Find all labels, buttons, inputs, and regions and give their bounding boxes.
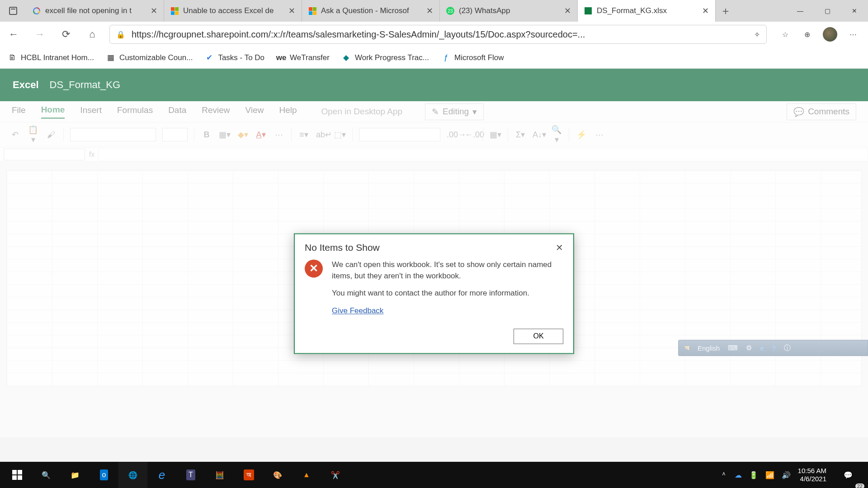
ribbon-tab-file[interactable]: File: [12, 105, 26, 118]
ribbon-tab-insert[interactable]: Insert: [80, 105, 102, 118]
wrap-text-button[interactable]: ab↵: [316, 130, 328, 140]
action-center-button[interactable]: 💬22: [834, 462, 863, 488]
taskbar-clock[interactable]: 10:56 AM 4/6/2021: [798, 467, 826, 483]
taskbar-teams[interactable]: T: [176, 462, 205, 488]
wifi-icon[interactable]: 📶: [765, 471, 774, 479]
increase-decimal-button[interactable]: .00→: [447, 130, 458, 140]
close-icon[interactable]: ✕: [426, 6, 433, 16]
taskbar-snip[interactable]: ✂️: [321, 462, 350, 488]
undo-button[interactable]: ↶: [9, 130, 21, 140]
browser-tab-google-search[interactable]: excell file not opening in t ✕: [26, 0, 164, 22]
browser-tab-ms-community-2[interactable]: Ask a Question - Microsof ✕: [302, 0, 440, 22]
ribbon-tab-data[interactable]: Data: [168, 105, 186, 118]
conditional-format-button[interactable]: ▦▾: [490, 130, 501, 140]
taskbar-outlook[interactable]: o: [90, 462, 118, 488]
editing-mode-dropdown[interactable]: ✎ Editing ▾: [425, 103, 484, 120]
paste-button[interactable]: 📋▾: [27, 125, 39, 145]
reading-list-icon[interactable]: ✧: [754, 30, 760, 39]
fill-color-button[interactable]: ◆▾: [237, 130, 249, 140]
taskbar-calculator[interactable]: 🧮: [205, 462, 234, 488]
close-icon[interactable]: ✕: [151, 6, 157, 16]
taskbar-file-explorer[interactable]: 📁: [61, 462, 90, 488]
browser-tab-whatsapp[interactable]: 23 (23) WhatsApp ✕: [440, 0, 578, 22]
format-painter-button[interactable]: 🖌: [45, 130, 57, 140]
ribbon-tab-help[interactable]: Help: [279, 105, 297, 118]
open-in-desktop-button[interactable]: Open in Desktop App: [321, 107, 403, 117]
taskbar-edge[interactable]: 🌐: [118, 462, 147, 488]
ribbon-tab-formulas[interactable]: Formulas: [117, 105, 153, 118]
bookmark-flow[interactable]: ƒMicrosoft Flow: [442, 53, 504, 62]
new-tab-button[interactable]: ＋: [716, 4, 736, 18]
ime-info-icon[interactable]: ⓘ: [784, 344, 791, 352]
tab-actions-icon[interactable]: [0, 0, 26, 22]
bookmark-countdown[interactable]: ▦Customizable Coun...: [107, 53, 193, 62]
taskbar-paint[interactable]: 🎨: [263, 462, 292, 488]
settings-menu-icon[interactable]: ⋯: [847, 28, 859, 40]
refresh-button[interactable]: ⟳: [57, 25, 75, 43]
collections-icon[interactable]: ⊕: [801, 28, 813, 40]
font-more-button[interactable]: ⋯: [273, 130, 285, 140]
font-name-dropdown[interactable]: [70, 128, 156, 141]
give-feedback-link[interactable]: Give Feedback: [332, 306, 383, 315]
bookmark-work-progress[interactable]: ◆Work Progress Trac...: [342, 53, 429, 62]
ime-browser-icon[interactable]: e: [760, 344, 764, 352]
taskbar-ie[interactable]: e: [147, 462, 176, 488]
bold-button[interactable]: B: [201, 130, 212, 140]
taskbar-vlc[interactable]: ▲: [292, 462, 321, 488]
formula-input[interactable]: [99, 149, 868, 160]
ribbon-tab-view[interactable]: View: [245, 105, 264, 118]
back-button[interactable]: ←: [5, 25, 23, 43]
ime-language-bar[interactable]: অ English ⌨ ⚙ e ? ⓘ: [678, 340, 868, 356]
volume-icon[interactable]: 🔊: [782, 471, 791, 479]
profile-avatar[interactable]: [823, 27, 837, 42]
sort-filter-button[interactable]: A↓▾: [533, 130, 544, 140]
autosum-button[interactable]: Σ▾: [514, 130, 526, 140]
bookmark-wetransfer[interactable]: weWeTransfer: [277, 53, 330, 62]
taskbar-app-red[interactable]: অ: [234, 462, 263, 488]
number-format-dropdown[interactable]: [359, 128, 440, 141]
font-color-button[interactable]: A▾: [255, 130, 267, 140]
dialog-close-button[interactable]: ✕: [556, 242, 563, 253]
address-bar[interactable]: 🔒 https://hcgroupnet.sharepoint.com/:x:/…: [109, 25, 767, 44]
browser-tab-excel-doc[interactable]: DS_Format_KG.xlsx ✕: [578, 0, 716, 22]
browser-tab-ms-community-1[interactable]: Unable to access Excel de ✕: [164, 0, 302, 22]
close-icon[interactable]: ✕: [564, 6, 571, 16]
maximize-button[interactable]: ▢: [814, 0, 841, 22]
document-name[interactable]: DS_Format_KG: [50, 79, 121, 91]
ribbon-tab-home[interactable]: Home: [41, 105, 65, 119]
bookmark-tasks[interactable]: ✔Tasks - To Do: [205, 53, 264, 62]
battery-icon[interactable]: 🔋: [749, 471, 758, 479]
decrease-decimal-button[interactable]: ←.00: [465, 130, 476, 140]
align-button[interactable]: ≡▾: [298, 130, 310, 140]
tray-overflow-icon[interactable]: ＾: [720, 470, 727, 480]
page-icon: 🗎: [8, 54, 16, 62]
comments-button[interactable]: 💬 Comments: [787, 103, 856, 120]
ribbon-more-button[interactable]: ⋯: [594, 130, 605, 140]
start-button[interactable]: [3, 462, 32, 488]
ime-help-icon[interactable]: ?: [772, 344, 776, 352]
ideas-button[interactable]: ⚡: [576, 130, 587, 140]
close-window-button[interactable]: ✕: [841, 0, 868, 22]
forward-button[interactable]: →: [31, 25, 49, 43]
bookmark-hcbl[interactable]: 🗎HCBL Intranet Hom...: [8, 53, 94, 62]
name-box[interactable]: [4, 149, 85, 160]
bookmark-label: Microsoft Flow: [454, 53, 504, 62]
borders-button[interactable]: ▦▾: [219, 130, 231, 140]
font-size-dropdown[interactable]: [162, 128, 188, 141]
find-button[interactable]: 🔍▾: [551, 125, 562, 145]
merge-button[interactable]: ⬚▾: [334, 130, 346, 140]
favorites-icon[interactable]: ☆: [779, 28, 791, 40]
home-button[interactable]: ⌂: [83, 25, 101, 43]
comment-icon: 💬: [793, 107, 804, 117]
minimize-button[interactable]: —: [787, 0, 814, 22]
close-icon[interactable]: ✕: [288, 6, 295, 16]
ime-keyboard-icon[interactable]: ⌨: [728, 344, 738, 352]
dialog-ok-button[interactable]: OK: [514, 328, 563, 344]
app-name: Excel: [13, 79, 39, 91]
taskbar-search[interactable]: 🔍: [32, 462, 61, 488]
close-icon[interactable]: ✕: [702, 6, 709, 16]
onedrive-icon[interactable]: ☁: [735, 471, 742, 479]
ime-settings-icon[interactable]: ⚙: [746, 344, 752, 352]
ime-language-label[interactable]: English: [698, 344, 720, 352]
ribbon-tab-review[interactable]: Review: [202, 105, 230, 118]
